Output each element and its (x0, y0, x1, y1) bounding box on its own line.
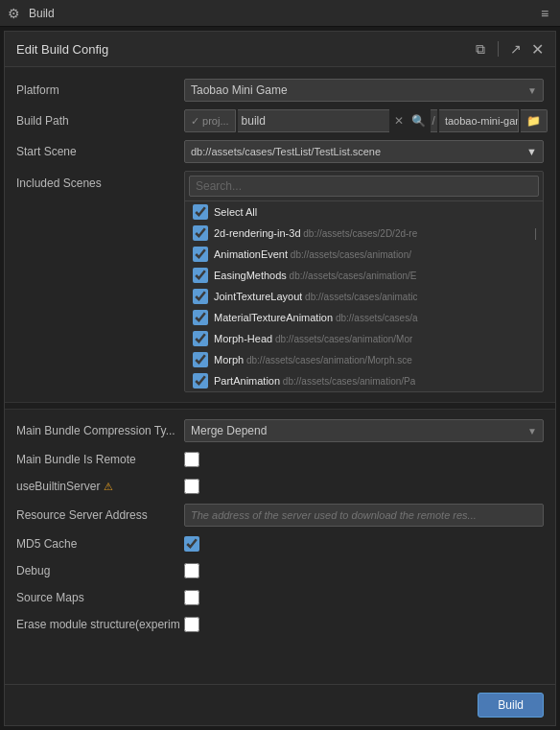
path-divider: / (431, 109, 437, 132)
list-item[interactable]: Morph-Head db://assets/cases/animation/M… (185, 328, 543, 349)
main-bundle-arrow-icon: ▼ (527, 426, 537, 436)
main-bundle-remote-checkbox[interactable] (184, 452, 199, 467)
path-folder-button[interactable]: 📁 (521, 109, 548, 132)
scenes-search (185, 172, 543, 201)
close-button[interactable]: ✕ (531, 40, 544, 59)
scene-list: Select All 2d-rendering-in-3d db://asset… (185, 201, 543, 391)
titlebar: ⚙ Build ≡ (0, 0, 560, 27)
use-builtin-control (184, 479, 544, 494)
main-bundle-value: Merge Depend (191, 424, 267, 437)
build-path-row: Build Path ✓ proj... ✕ 🔍 / taobao-mini-g… (5, 106, 555, 136)
scene-checkbox-6[interactable] (193, 352, 208, 367)
scene-name-3: JointTextureLayout (214, 291, 302, 302)
copy-config-button[interactable]: ⧉ (471, 39, 490, 59)
platform-control: Taobao Mini Game ▼ (184, 79, 544, 102)
source-maps-row: Source Maps (5, 584, 555, 611)
main-bundle-remote-row: Main Bundle Is Remote (5, 446, 555, 473)
main-bundle-remote-label: Main Bundle Is Remote (16, 453, 184, 466)
md5-cache-label: MD5 Cache (16, 537, 184, 551)
scene-name-0: 2d-rendering-in-3d (214, 227, 301, 239)
source-maps-label: Source Maps (16, 591, 184, 604)
scenes-container: Select All 2d-rendering-in-3d db://asset… (184, 171, 544, 392)
resource-server-input[interactable] (184, 504, 544, 527)
platform-select[interactable]: Taobao Mini Game ▼ (184, 79, 544, 102)
scene-name-5: Morph-Head (214, 333, 272, 344)
start-scene-label: Start Scene (16, 145, 184, 158)
source-maps-control (184, 590, 544, 605)
list-item[interactable]: 2d-rendering-in-3d db://assets/cases/2D/… (185, 223, 543, 244)
md5-cache-control (184, 536, 544, 552)
scene-name-4: MaterialTextureAnimation (214, 312, 333, 323)
scene-delete-0[interactable]: | (534, 226, 537, 240)
debug-control (184, 563, 544, 578)
scene-checkbox-5[interactable] (193, 331, 208, 346)
scene-name-2: EasingMethods (214, 270, 287, 281)
path-suffix: taobao-mini-gam (439, 109, 519, 132)
main-bundle-select[interactable]: Merge Depend ▼ (184, 419, 544, 442)
list-item[interactable]: EasingMethods db://assets/cases/animatio… (185, 265, 543, 286)
start-scene-select[interactable]: db://assets/cases/TestList/TestList.scen… (184, 140, 544, 163)
list-item[interactable]: Morph db://assets/cases/animation/Morph.… (185, 349, 543, 370)
start-scene-control: db://assets/cases/TestList/TestList.scen… (184, 140, 544, 163)
scene-checkbox-1[interactable] (193, 247, 208, 262)
titlebar-title: Build (29, 7, 55, 20)
scene-path-3: db://assets/cases/animatic (302, 292, 417, 302)
start-scene-row: Start Scene db://assets/cases/TestList/T… (5, 136, 555, 167)
open-external-button[interactable]: ↗ (506, 39, 525, 59)
debug-checkbox[interactable] (184, 563, 199, 578)
panel-header: Edit Build Config ⧉ ↗ ✕ (5, 32, 555, 67)
path-prefix: ✓ proj... (184, 109, 236, 132)
main-bundle-control: Merge Depend ▼ (184, 419, 544, 442)
scene-path-6: db://assets/cases/animation/Morph.sce (244, 355, 412, 365)
scene-checkbox-2[interactable] (193, 268, 208, 283)
scene-path-2: db://assets/cases/animation/E (287, 271, 417, 281)
list-item[interactable]: MaterialTextureAnimation db://assets/cas… (185, 307, 543, 328)
panel-title: Edit Build Config (16, 42, 108, 57)
scene-name-7: PartAnimation (214, 375, 280, 387)
scene-name-6: Morph (214, 354, 244, 365)
list-item[interactable]: JointTextureLayout db://assets/cases/ani… (185, 286, 543, 307)
path-search-button[interactable]: 🔍 (408, 109, 429, 132)
scene-path-4: db://assets/cases/a (333, 313, 417, 323)
panel-body: Platform Taobao Mini Game ▼ Build Path ✓… (5, 67, 555, 684)
panel-footer: Build (5, 684, 555, 725)
scene-checkbox-3[interactable] (193, 289, 208, 304)
scene-path-1: db://assets/cases/animation/ (288, 249, 411, 260)
platform-row: Platform Taobao Mini Game ▼ (5, 75, 555, 106)
path-clear-button[interactable]: ✕ (391, 109, 407, 132)
list-item[interactable]: PartAnimation db://assets/cases/animatio… (185, 370, 543, 391)
resource-server-row: Resource Server Address (5, 500, 555, 530)
platform-value: Taobao Mini Game (191, 83, 288, 97)
select-all-checkbox[interactable] (193, 204, 208, 220)
start-scene-value: db://assets/cases/TestList/TestList.scen… (191, 146, 381, 157)
titlebar-menu-icon[interactable]: ≡ (537, 6, 552, 21)
section-separator (5, 402, 555, 410)
erase-module-label: Erase module structure(experim (16, 618, 184, 631)
erase-module-control (184, 617, 544, 632)
use-builtin-row: useBuiltinServer ⚠ (5, 473, 555, 500)
build-button[interactable]: Build (478, 693, 544, 718)
list-item[interactable]: AnimationEvent db://assets/cases/animati… (185, 244, 543, 265)
build-path-input[interactable] (238, 109, 389, 132)
source-maps-checkbox[interactable] (184, 590, 199, 605)
build-path-input-group: ✓ proj... ✕ 🔍 / taobao-mini-gam 📁 (184, 109, 548, 132)
erase-module-checkbox[interactable] (184, 617, 199, 632)
scene-checkbox-0[interactable] (193, 225, 208, 241)
md5-cache-checkbox[interactable] (184, 536, 199, 552)
scene-checkbox-4[interactable] (193, 310, 208, 325)
resource-server-label: Resource Server Address (16, 508, 184, 522)
build-config-panel: Edit Build Config ⧉ ↗ ✕ Platform Taobao … (4, 31, 556, 726)
start-scene-arrow-icon: ▼ (526, 146, 537, 157)
platform-arrow-icon: ▼ (527, 85, 537, 96)
resource-server-control (184, 504, 544, 527)
erase-module-row: Erase module structure(experim (5, 611, 555, 638)
debug-row: Debug (5, 557, 555, 584)
main-bundle-row: Main Bundle Compression Ty... Merge Depe… (5, 415, 555, 446)
use-builtin-label: useBuiltinServer ⚠ (16, 480, 184, 493)
main-bundle-label: Main Bundle Compression Ty... (16, 424, 184, 437)
scenes-search-input[interactable] (189, 176, 539, 197)
select-all-item[interactable]: Select All (185, 201, 543, 223)
panel-actions: ⧉ ↗ ✕ (471, 39, 544, 59)
scene-checkbox-7[interactable] (193, 373, 208, 389)
use-builtin-checkbox[interactable] (184, 479, 199, 494)
